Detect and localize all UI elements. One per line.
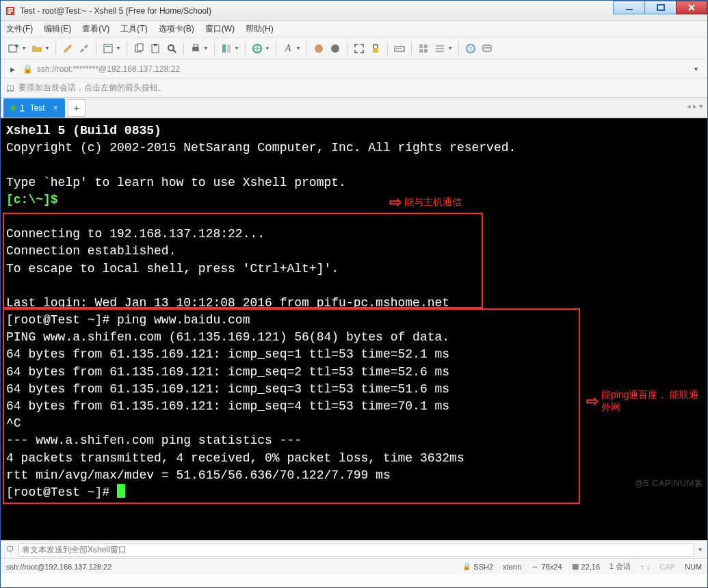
close-button[interactable] [676, 1, 707, 14]
dropdown-icon[interactable]: ▾ [44, 45, 50, 51]
terminal-wrap: Xshell 5 (Build 0835) Copyright (c) 2002… [1, 118, 707, 540]
terminal[interactable]: Xshell 5 (Build 0835) Copyright (c) 2002… [1, 118, 707, 540]
menu-file[interactable]: 文件(F) [6, 23, 33, 35]
annotation-2: ⇨ 能ping通百度， 能联通外网 [586, 389, 707, 414]
annotation-1: ⇨ 能与主机通信 [389, 195, 462, 210]
svg-rect-3 [104, 44, 112, 53]
dropdown-icon[interactable]: ▾ [203, 45, 209, 51]
status-caps: CAP [659, 563, 675, 571]
svg-rect-20 [398, 48, 399, 49]
titlebar: Test - root@Test:~ - Xshell 5 (Free for … [1, 1, 707, 21]
keyboard-icon[interactable] [392, 41, 407, 56]
highlight-icon[interactable] [328, 41, 343, 56]
disconnect-icon[interactable] [77, 41, 92, 56]
address-dropdown-icon[interactable]: ▾ [690, 65, 702, 72]
term-line: To escape to local shell, press 'Ctrl+Al… [6, 262, 339, 276]
print-icon[interactable] [188, 41, 203, 56]
send-dropdown-icon[interactable]: ▾ [698, 546, 702, 553]
menu-window[interactable]: 窗口(W) [205, 23, 235, 35]
svg-rect-18 [395, 46, 404, 51]
separator [214, 42, 215, 55]
compose-icon[interactable]: 🗨 [6, 545, 14, 554]
find-icon[interactable] [164, 41, 179, 56]
svg-rect-25 [424, 49, 428, 53]
term-line: Connection established. [6, 244, 176, 258]
svg-rect-0 [626, 9, 633, 10]
tab-nav[interactable]: ◂ ▸ ▾ [687, 102, 703, 111]
separator [183, 42, 184, 55]
term-line: Copyright (c) 2002-2015 NetSarang Comput… [6, 141, 516, 155]
properties-icon[interactable] [101, 41, 116, 56]
term-line: 64 bytes from 61.135.169.121: icmp_seq=3… [6, 382, 449, 396]
list-icon[interactable] [432, 41, 447, 56]
arrow-icon: ⇨ [389, 195, 402, 210]
separator [127, 42, 127, 55]
svg-rect-23 [424, 44, 428, 48]
help-icon[interactable]: ? [463, 41, 478, 56]
menu-edit[interactable]: 编辑(E) [44, 23, 71, 35]
term-line: 4 packets transmitted, 4 received, 0% pa… [6, 451, 464, 465]
maximize-button[interactable] [644, 1, 676, 14]
font-icon[interactable]: A [280, 41, 296, 56]
layout-icon[interactable] [219, 41, 234, 56]
svg-text:?: ? [469, 46, 472, 53]
annotation-1-text: 能与主机通信 [404, 196, 462, 209]
svg-rect-21 [400, 48, 402, 49]
menu-tab[interactable]: 选项卡(B) [159, 23, 194, 35]
dropdown-icon[interactable]: ▾ [265, 45, 270, 51]
menu-help[interactable]: 帮助(H) [246, 23, 274, 35]
status-ssh-text: SSH2 [473, 563, 493, 571]
secure-icon: 🔒 [462, 563, 471, 570]
addressbar: ▸ 🔒 ssh://root:********@192.168.137.128:… [1, 59, 707, 79]
tab-test[interactable]: 1 Test × [3, 98, 65, 118]
color-scheme-icon[interactable] [311, 41, 326, 56]
dropdown-icon[interactable]: ▾ [447, 45, 453, 51]
toolbar: ▾ ▾ ▾ ▾ ▾ ▾ A ▾ ▾ ? [1, 38, 707, 59]
svg-point-16 [331, 44, 339, 53]
dropdown-icon[interactable]: ▾ [296, 45, 301, 51]
status-ssh: 🔒SSH2 [462, 563, 493, 571]
dropdown-icon[interactable]: ▾ [116, 45, 121, 51]
send-input[interactable] [18, 543, 694, 557]
separator [96, 42, 96, 55]
tab-label: Test [30, 103, 45, 113]
dropdown-icon[interactable]: ▾ [21, 45, 27, 51]
compose-icon[interactable] [480, 41, 495, 56]
term-line: [root@Test ~]# [6, 485, 117, 499]
lock-icon: 🔒 [23, 64, 33, 74]
dropdown-icon[interactable]: ▾ [234, 45, 239, 51]
tab-add-button[interactable]: + [68, 99, 86, 117]
tab-close-icon[interactable]: × [53, 103, 58, 113]
svg-rect-17 [373, 48, 378, 53]
lock-icon[interactable] [368, 41, 383, 56]
svg-rect-27 [436, 48, 444, 49]
menu-view[interactable]: 查看(V) [82, 23, 109, 35]
svg-point-9 [168, 45, 174, 51]
new-tab-button[interactable]: ▸ [6, 62, 18, 77]
menu-tools[interactable]: 工具(T) [120, 23, 147, 35]
address-text[interactable]: ssh://root:********@192.168.137.128:22 [37, 64, 686, 74]
svg-rect-22 [419, 44, 423, 48]
resize-icon: ↔ [532, 563, 539, 571]
bookmark-icon[interactable]: 🕮 [6, 83, 14, 93]
term-line: rtt min/avg/max/mdev = 51.615/56.636/70.… [6, 468, 391, 482]
status-connection: ssh://root@192.168.137.128:22 [6, 563, 112, 571]
annotation-2-text-1: 能ping通百度， [601, 389, 667, 400]
copy-icon[interactable] [131, 41, 146, 56]
sendbar: 🗨 ▾ [1, 540, 707, 558]
new-session-icon[interactable] [6, 41, 21, 56]
connect-icon[interactable] [60, 41, 75, 56]
fullscreen-icon[interactable] [352, 41, 367, 56]
hintbar: 🕮 要添加当前会话，点击左侧的箭头按钮。 [1, 79, 707, 98]
svg-rect-4 [105, 46, 111, 47]
svg-rect-24 [419, 49, 423, 53]
minimize-button[interactable] [613, 1, 644, 14]
tile-icon[interactable] [416, 41, 431, 56]
open-icon[interactable] [29, 41, 44, 56]
svg-point-15 [315, 44, 323, 53]
xftp-icon[interactable] [250, 41, 265, 56]
paste-icon[interactable] [148, 41, 163, 56]
menubar: 文件(F) 编辑(E) 查看(V) 工具(T) 选项卡(B) 窗口(W) 帮助(… [1, 21, 707, 38]
term-line: ^C [6, 416, 21, 430]
statusbar: ssh://root@192.168.137.128:22 🔒SSH2 xter… [1, 558, 707, 574]
